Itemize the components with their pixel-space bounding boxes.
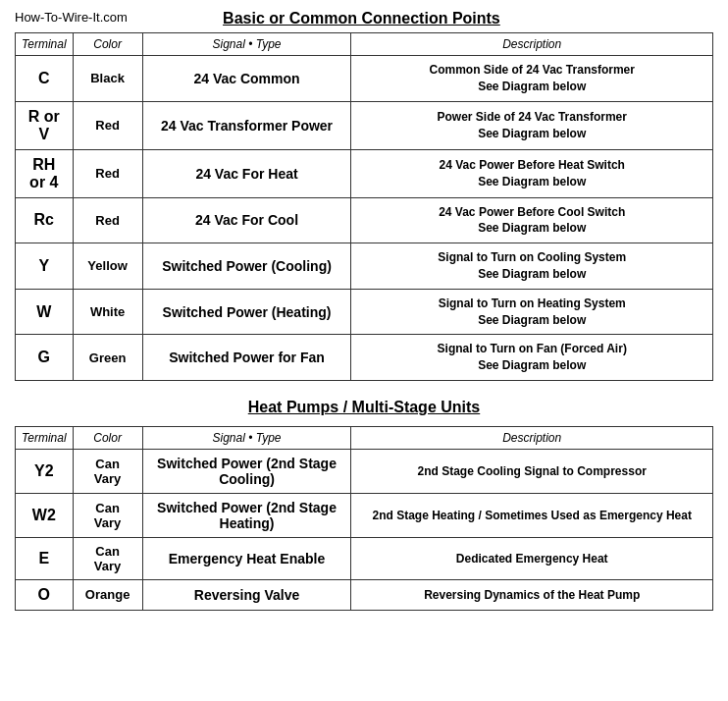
terminal-cell: Rc <box>16 197 74 243</box>
signal-cell: 24 Vac Common <box>142 56 351 102</box>
site-title: How-To-Wire-It.com <box>15 10 128 25</box>
signal-cell: Switched Power (Cooling) <box>142 243 351 290</box>
signal-cell: Switched Power for Fan <box>142 335 351 381</box>
table-row: Y Yellow Switched Power (Cooling) Signal… <box>16 243 713 290</box>
signal-cell: 24 Vac For Heat <box>142 149 351 197</box>
color-cell: Can Vary <box>73 537 142 579</box>
color-cell: Black <box>73 56 142 102</box>
terminal-cell: R or V <box>16 101 74 149</box>
color-cell: White <box>73 289 142 335</box>
header2-terminal: Terminal <box>16 426 74 449</box>
header-signal: Signal • Type <box>142 33 351 56</box>
terminal-cell: Y2 <box>16 449 74 493</box>
table-row: C Black 24 Vac Common Common Side of 24 … <box>16 56 713 102</box>
signal-cell: Emergency Heat Enable <box>142 537 351 579</box>
terminal-cell: O <box>16 579 74 610</box>
table-row: W2 Can Vary Switched Power (2nd Stage He… <box>16 493 713 537</box>
table-row: O Orange Reversing Valve Reversing Dynam… <box>16 579 713 610</box>
color-cell: Can Vary <box>73 449 142 493</box>
signal-cell: Reversing Valve <box>142 579 351 610</box>
header2-color: Color <box>73 426 142 449</box>
desc-cell: 24 Vac Power Before Heat SwitchSee Diagr… <box>351 149 713 197</box>
heat-pumps-table: Terminal Color Signal • Type Description… <box>15 426 713 611</box>
color-cell: Red <box>73 197 142 243</box>
basic-connections-table: Terminal Color Signal • Type Description… <box>15 32 713 381</box>
terminal-cell: Y <box>16 243 74 290</box>
terminal-cell: W <box>16 289 74 335</box>
table-row: RH or 4 Red 24 Vac For Heat 24 Vac Power… <box>16 149 713 197</box>
desc-cell: Signal to Turn on Cooling SystemSee Diag… <box>351 243 713 290</box>
terminal-cell: W2 <box>16 493 74 537</box>
table-row: G Green Switched Power for Fan Signal to… <box>16 335 713 381</box>
table-row: Rc Red 24 Vac For Cool 24 Vac Power Befo… <box>16 197 713 243</box>
header-color: Color <box>73 33 142 56</box>
color-cell: Can Vary <box>73 493 142 537</box>
desc-cell: Dedicated Emergency Heat <box>351 537 713 579</box>
desc-cell: 2nd Stage Cooling Signal to Compressor <box>351 449 713 493</box>
table-row: E Can Vary Emergency Heat Enable Dedicat… <box>16 537 713 579</box>
terminal-cell: RH or 4 <box>16 149 74 197</box>
header-terminal: Terminal <box>16 33 74 56</box>
page-title: Basic or Common Connection Points <box>223 10 500 27</box>
desc-cell: Signal to Turn on Fan (Forced Air)See Di… <box>351 335 713 381</box>
color-cell: Orange <box>73 579 142 610</box>
color-cell: Green <box>73 335 142 381</box>
desc-cell: Signal to Turn on Heating SystemSee Diag… <box>351 289 713 335</box>
header2-signal: Signal • Type <box>142 426 351 449</box>
desc-cell: Reversing Dynamics of the Heat Pump <box>351 579 713 610</box>
signal-cell: Switched Power (2nd Stage Cooling) <box>142 449 351 493</box>
terminal-cell: G <box>16 335 74 381</box>
color-cell: Yellow <box>73 243 142 290</box>
header-description: Description <box>351 33 713 56</box>
terminal-cell: E <box>16 537 74 579</box>
desc-cell: Power Side of 24 Vac TransformerSee Diag… <box>351 101 713 149</box>
terminal-cell: C <box>16 56 74 102</box>
table-row: W White Switched Power (Heating) Signal … <box>16 289 713 335</box>
color-cell: Red <box>73 149 142 197</box>
header2-description: Description <box>351 426 713 449</box>
desc-cell: Common Side of 24 Vac TransformerSee Dia… <box>351 56 713 102</box>
table-row: Y2 Can Vary Switched Power (2nd Stage Co… <box>16 449 713 493</box>
desc-cell: 2nd Stage Heating / Sometimes Used as Em… <box>351 493 713 537</box>
table-row: R or V Red 24 Vac Transformer Power Powe… <box>16 101 713 149</box>
section2-title: Heat Pumps / Multi-Stage Units <box>15 399 713 416</box>
color-cell: Red <box>73 101 142 149</box>
signal-cell: 24 Vac For Cool <box>142 197 351 243</box>
signal-cell: Switched Power (2nd Stage Heating) <box>142 493 351 537</box>
signal-cell: 24 Vac Transformer Power <box>142 101 351 149</box>
signal-cell: Switched Power (Heating) <box>142 289 351 335</box>
desc-cell: 24 Vac Power Before Cool SwitchSee Diagr… <box>351 197 713 243</box>
